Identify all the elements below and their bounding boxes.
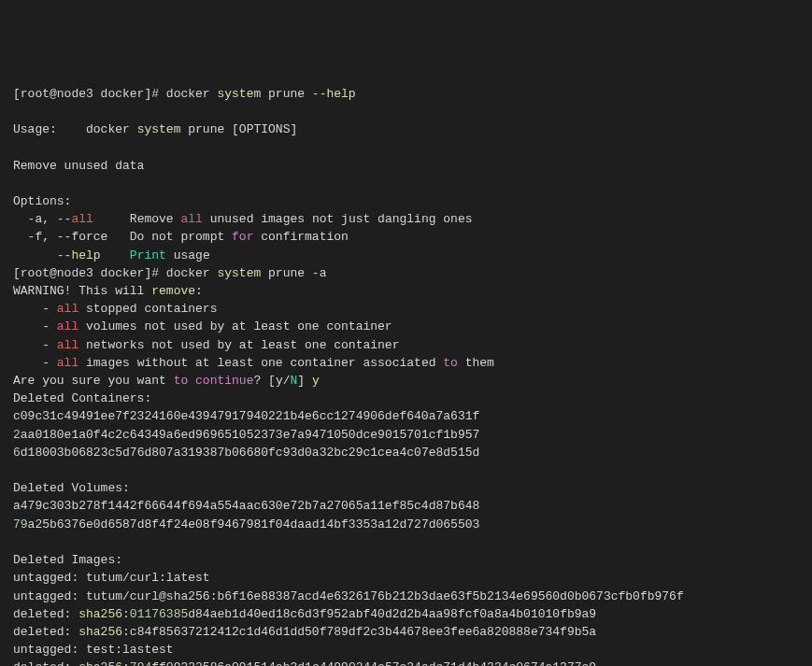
- container-hash: 2aa0180e1a0f4c2c64349a6ed969651052373e7a…: [13, 428, 479, 442]
- option-help: --help Print usage: [13, 248, 210, 262]
- image-line: untagged: tutum/curl@sha256:b6f16e88387a…: [13, 589, 684, 603]
- deleted-images-header: Deleted Images:: [13, 553, 122, 567]
- container-hash: 6d18003b06823c5d76d807a319387b06680fc93d…: [13, 446, 479, 460]
- usage-line: Usage: docker system prune [OPTIONS]: [13, 122, 297, 136]
- deleted-containers-header: Deleted Containers:: [13, 391, 151, 405]
- container-hash: c09c31c49491ee7f2324160e43947917940221b4…: [13, 409, 479, 423]
- bullet-volumes: - all volumes not used by at least one c…: [13, 319, 392, 333]
- confirm-prompt[interactable]: Are you sure you want to continue? [y/N]…: [13, 374, 320, 388]
- image-line: deleted: sha256:c84f85637212412c1d46d1dd…: [13, 625, 596, 639]
- image-line: untagged: test:lastest: [13, 643, 174, 657]
- volume-hash: a479c303b278f1442f66644f694a554aac630e72…: [13, 499, 479, 513]
- description: Remove unused data: [13, 159, 144, 173]
- warning-line: WARNING! This will remove:: [13, 284, 203, 298]
- options-header: Options:: [13, 194, 71, 208]
- option-force: -f, --force Do not prompt for confirmati…: [13, 230, 349, 244]
- bullet-containers: - all stopped containers: [13, 302, 217, 316]
- terminal-output: [root@node3 docker]# docker system prune…: [13, 85, 799, 666]
- image-line: deleted: sha256:794ff09332586a091514eb3d…: [13, 660, 596, 666]
- volume-hash: 79a25b6376e0d6587d8f4f24e08f9467981f04da…: [13, 517, 479, 531]
- prompt-line-2: [root@node3 docker]# docker system prune…: [13, 266, 326, 280]
- prompt-line-1: [root@node3 docker]# docker system prune…: [13, 87, 356, 101]
- deleted-volumes-header: Deleted Volumes:: [13, 481, 130, 495]
- option-all: -a, --all Remove all unused images not j…: [13, 212, 473, 226]
- image-line: deleted: sha256:01176385d84aeb1d40ed18c6…: [13, 607, 596, 621]
- image-line: untagged: tutum/curl:latest: [13, 571, 210, 585]
- bullet-networks: - all networks not used by at least one …: [13, 338, 399, 352]
- bullet-images: - all images without at least one contai…: [13, 356, 494, 370]
